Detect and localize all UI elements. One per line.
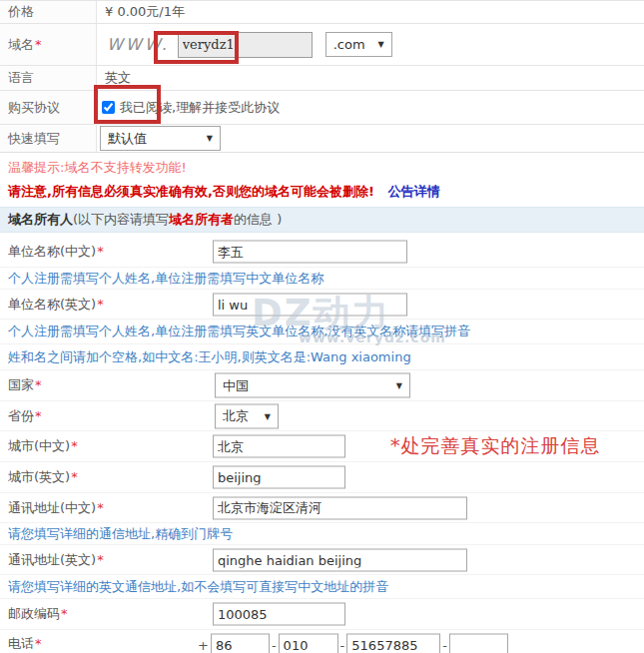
org-en-hint1: 个人注册需填写个人姓名,单位注册需填写英文单位名称,没有英文名称请填写拼音 bbox=[8, 323, 470, 340]
org-en-hint2-row: 姓和名之间请加个空格,如中文名:王小明,则英文名是:Wang xiaoming bbox=[0, 344, 644, 370]
quickfill-select[interactable]: 默认值 ▼ bbox=[100, 126, 221, 151]
city-en-label: 城市(英文)* bbox=[8, 468, 78, 486]
city-cn-label: 城市(中文)* bbox=[8, 437, 78, 455]
top-table: 价格 ¥ 0.00元/1年 域名* WWW. .com ▼ 语言 英文 购买协议 bbox=[0, 0, 644, 153]
city-en-row: 城市(英文)* bbox=[0, 462, 644, 493]
addr-en-hint: 请您填写详细的英文通信地址,如不会填写可直接写中文地址的拼音 bbox=[8, 578, 388, 596]
org-en-label: 单位名称(英文)* bbox=[8, 296, 104, 314]
province-selected: 北京 bbox=[223, 407, 249, 425]
owner-section-header: 域名所有人 (以下内容请填写域名所有者的信息 ) bbox=[0, 207, 644, 233]
province-label: 省份* bbox=[8, 407, 42, 425]
required-star: * bbox=[35, 37, 42, 52]
agreement-text: 我已阅读,理解并接受此协议 bbox=[120, 99, 280, 117]
country-label: 国家* bbox=[8, 376, 42, 394]
domain-label: 域名* bbox=[0, 24, 97, 65]
org-en-input[interactable] bbox=[213, 293, 407, 316]
red-annotation-note: *处完善真实的注册信息 bbox=[390, 433, 601, 459]
agreement-checkbox[interactable] bbox=[102, 101, 115, 114]
org-en-hint2: 姓和名之间请加个空格,如中文名:王小明,则英文名是:Wang xiaoming bbox=[8, 348, 411, 366]
phone-sep: - bbox=[272, 637, 277, 652]
phone-country-input[interactable] bbox=[211, 633, 270, 653]
quickfill-row: 快速填写 默认值 ▼ bbox=[0, 125, 644, 153]
addr-cn-row: 通讯地址(中文)* bbox=[0, 493, 644, 523]
addr-cn-input[interactable] bbox=[213, 496, 467, 519]
phone-ext-input[interactable] bbox=[449, 633, 508, 653]
org-cn-input[interactable] bbox=[213, 241, 407, 264]
zip-row: 邮政编码* bbox=[0, 599, 644, 630]
phone-row: 电话* + - - - bbox=[0, 630, 644, 653]
country-select[interactable]: 中国 ▼ bbox=[215, 373, 410, 398]
language-value: 英文 bbox=[97, 66, 644, 90]
price-row: 价格 ¥ 0.00元/1年 bbox=[0, 1, 644, 24]
agreement-label: 购买协议 bbox=[0, 91, 97, 124]
org-cn-hint: 个人注册需填写个人姓名,单位注册需填写中文单位名称 bbox=[8, 270, 323, 288]
addr-cn-hint: 请您填写详细的通信地址,精确到门牌号 bbox=[8, 525, 233, 543]
org-en-hint1-row: 个人注册需填写个人姓名,单位注册需填写英文单位名称,没有英文名称请填写拼音 bbox=[0, 320, 644, 344]
addr-cn-hint-row: 请您填写详细的通信地址,精确到门牌号 bbox=[0, 523, 644, 545]
important-warning: 请注意,所有信息必须真实准确有效,否则您的域名可能会被删除!公告详情 bbox=[8, 183, 440, 201]
quickfill-label: 快速填写 bbox=[0, 125, 97, 152]
language-row: 语言 英文 bbox=[0, 66, 644, 91]
chevron-down-icon: ▼ bbox=[396, 381, 402, 390]
addr-en-input[interactable] bbox=[213, 548, 467, 571]
org-cn-row: 单位名称(中文)* bbox=[0, 237, 644, 268]
phone-sep: - bbox=[340, 637, 345, 652]
phone-sep: - bbox=[442, 637, 447, 652]
addr-en-label: 通讯地址(英文)* bbox=[8, 551, 104, 569]
tld-select[interactable]: .com ▼ bbox=[325, 32, 392, 57]
domain-row: 域名* WWW. .com ▼ bbox=[0, 24, 644, 66]
phone-label: 电话* bbox=[8, 635, 42, 653]
org-en-row: 单位名称(英文)* bbox=[0, 290, 644, 320]
announcement-link[interactable]: 公告详情 bbox=[388, 184, 440, 199]
city-cn-input[interactable] bbox=[213, 435, 345, 458]
org-cn-label: 单位名称(中文)* bbox=[8, 243, 104, 261]
addr-cn-label: 通讯地址(中文)* bbox=[8, 499, 104, 517]
chevron-down-icon: ▼ bbox=[265, 411, 271, 420]
phone-plus: + bbox=[198, 637, 209, 652]
www-prefix: WWW. bbox=[107, 35, 170, 54]
city-en-input[interactable] bbox=[213, 466, 345, 489]
quickfill-selected: 默认值 bbox=[108, 130, 147, 148]
owner-highlight: 域名所有者 bbox=[169, 211, 234, 229]
section-title: 域名所有人 bbox=[8, 211, 73, 229]
domain-name-input[interactable] bbox=[178, 32, 313, 58]
agreement-row: 购买协议 我已阅读,理解并接受此协议 bbox=[0, 91, 644, 125]
country-selected: 中国 bbox=[223, 376, 249, 394]
tld-selected: .com bbox=[333, 37, 365, 52]
addr-en-row: 通讯地址(英文)* bbox=[0, 545, 644, 575]
org-cn-hint-row: 个人注册需填写个人姓名,单位注册需填写中文单位名称 bbox=[0, 268, 644, 290]
province-row: 省份* 北京 ▼ bbox=[0, 401, 644, 431]
zip-input[interactable] bbox=[213, 603, 345, 626]
chevron-down-icon: ▼ bbox=[207, 134, 213, 143]
phone-number-input[interactable] bbox=[346, 633, 440, 653]
province-select[interactable]: 北京 ▼ bbox=[215, 403, 279, 428]
country-row: 国家* 中国 ▼ bbox=[0, 370, 644, 401]
zip-label: 邮政编码* bbox=[8, 605, 68, 623]
price-label: 价格 bbox=[0, 1, 97, 23]
price-value: ¥ 0.00元/1年 bbox=[97, 1, 644, 23]
soft-warning-text: 温馨提示:域名不支持转发功能! bbox=[8, 159, 187, 177]
domain-registration-form: 价格 ¥ 0.00元/1年 域名* WWW. .com ▼ 语言 英文 购买协议 bbox=[0, 0, 644, 653]
chevron-down-icon: ▼ bbox=[378, 40, 384, 49]
language-label: 语言 bbox=[0, 66, 97, 90]
phone-area-input[interactable] bbox=[279, 633, 338, 653]
addr-en-hint-row: 请您填写详细的英文通信地址,如不会填写可直接写中文地址的拼音 bbox=[0, 575, 644, 599]
